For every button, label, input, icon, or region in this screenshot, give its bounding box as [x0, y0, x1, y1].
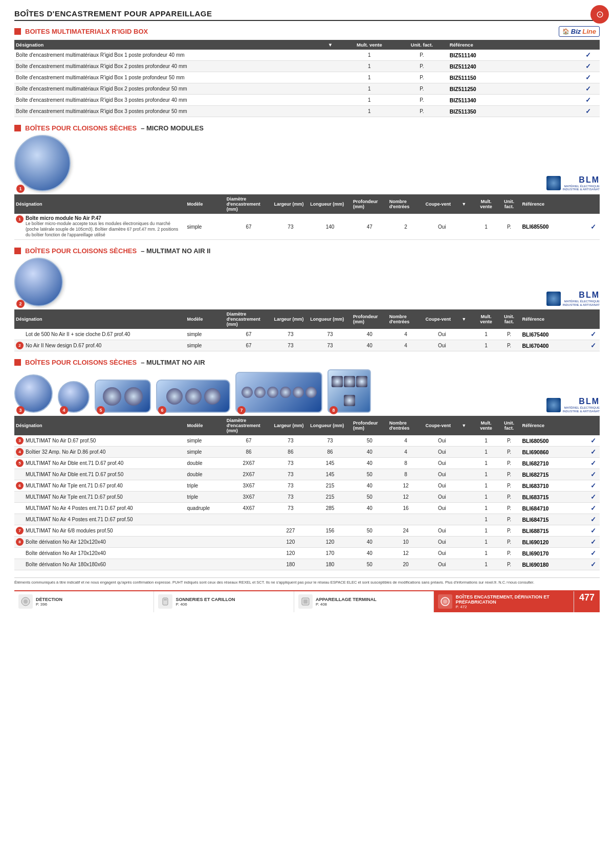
cell-nbe: 8 — [388, 469, 424, 480]
section-multimat: BOITES MULTIMATERIALX R'IGID BOX 🏠 BizLi… — [14, 26, 600, 117]
th-prof-micro: Profondeur (mm) — [352, 194, 388, 214]
cell-coupe: Oui — [424, 537, 460, 548]
cell-designation: Boîte d'encastrement multimatériaux R'ig… — [14, 50, 318, 61]
cell-check: ✓ — [586, 559, 600, 570]
cell-mult: 1 — [474, 480, 497, 492]
cell-check: ✓ — [576, 95, 600, 106]
cell-designation: Boîte d'encastrement multimatériaux R'ig… — [14, 72, 318, 83]
cell-ref: BIZ511250 — [448, 83, 577, 95]
section-noair-title-sub: – MULTIMAT NO AIR — [141, 359, 205, 366]
table-row: MULTIMAT No Air Dble ent.71 D.67 prof.50… — [14, 469, 600, 480]
th-filter: ▼ — [318, 40, 343, 50]
cell-prof: 47 — [352, 214, 388, 240]
cell-mult: 1 — [474, 525, 497, 537]
footer-nav-detection[interactable]: DÉTECTION P. 396 — [14, 591, 154, 612]
cell-mult: 1 — [474, 559, 497, 570]
cell-designation: 4 Boîtier 32 Amp. No Air D.86 prof.40 — [14, 447, 186, 458]
section-noair2-title-sub: – MULTIMAT NO AIR II — [141, 247, 210, 255]
th-larg-micro: Largeur (mm) — [273, 194, 309, 214]
cell-ref: BLI682710 — [520, 458, 586, 469]
footer-nav-sonneries[interactable]: SONNERIES ET CARILLON P. 406 — [154, 591, 294, 612]
table-row: 1 Boîte micro module No Air P.47 Le boît… — [14, 214, 600, 240]
cell-check: ✓ — [576, 61, 600, 72]
section-title-red: BOITES MULTIMATERIALX R'IGID BOX — [25, 28, 148, 35]
th-long-noair: Longueur (mm) — [309, 416, 352, 435]
cell-modele: triple — [186, 480, 225, 492]
cell-designation: 2 No Air II New design D.67 prof.40 — [14, 340, 186, 351]
footer-nav-appareillage[interactable]: APPAREILLAGE TERMINAL P. 408 — [294, 591, 434, 612]
badge-3: 3 — [16, 406, 25, 414]
table-row: 7 MULTIMAT No Air 6/8 modules prof.50 22… — [14, 525, 600, 537]
cell-coupe: Oui — [424, 214, 460, 240]
table-row: 6 MULTIMAT No Air Tple ent.71 D.67 prof.… — [14, 480, 600, 492]
table-row: MULTIMAT No Air 4 Postes ent.71 D.67 pro… — [14, 514, 600, 525]
cell-modele — [186, 548, 225, 559]
footer-nav-boites[interactable]: BOÎTES ENCASTREMENT, DÉRIVATION ET PRÉFA… — [434, 591, 574, 612]
cell-unit: P. — [396, 83, 448, 95]
cell-larg: 73 — [273, 340, 309, 351]
table-row: Boîte d'encastrement multimatériaux R'ig… — [14, 83, 600, 95]
cell-unit: P. — [497, 548, 520, 559]
cell-unit: P. — [396, 50, 448, 61]
row-badge: 2 — [16, 342, 24, 349]
detection-icon — [18, 594, 33, 609]
cell-larg: 73 — [273, 503, 309, 514]
cell-ref: BIZ511240 — [448, 61, 577, 72]
th-long-micro: Longueur (mm) — [309, 194, 352, 214]
product-img-7: 7 — [235, 372, 322, 413]
section-square-noair — [14, 359, 21, 366]
cell-unit: P. — [497, 447, 520, 458]
th-prof-noair: Profondeur (mm) — [352, 416, 388, 435]
cell-nbe: 10 — [388, 537, 424, 548]
badge-2: 2 — [16, 300, 25, 308]
micro-table: Désignation Modèle Diamètre d'encastreme… — [14, 194, 600, 240]
sonneries-label: SONNERIES ET CARILLON P. 406 — [176, 597, 235, 607]
th-desig-noair2: Désignation — [14, 309, 186, 329]
cell-long: 145 — [309, 469, 352, 480]
cell-diam — [225, 514, 273, 525]
th-diam-noair: Diamètre d'encastrement (mm) — [225, 416, 273, 435]
cell-ref: BLI685500 — [520, 214, 586, 240]
th-unit-noair: Unit. fact. — [497, 416, 520, 435]
table-row: Boîte d'encastrement multimatériaux R'ig… — [14, 72, 600, 83]
section-noair-title-red: BOÎTES POUR CLOISONS SÈCHES — [25, 359, 137, 366]
table-row: 3 MULTIMAT No Air D.67 prof.50 simple 67… — [14, 435, 600, 447]
cell-filter — [318, 61, 343, 72]
cell-diam: 67 — [225, 435, 273, 447]
cell-check: ✓ — [586, 514, 600, 525]
table-row: Boîte dérivation No Air 170x120x40 120 1… — [14, 548, 600, 559]
table-row: Boîte d'encastrement multimatériaux R'ig… — [14, 61, 600, 72]
th-modele-noair2: Modèle — [186, 309, 225, 329]
sonneries-icon — [158, 594, 172, 609]
cell-designation: MULTIMAT No Air Dble ent.71 D.67 prof.50 — [14, 469, 186, 480]
cell-check: ✓ — [586, 447, 600, 458]
cell-filter — [318, 83, 343, 95]
cell-coupe: Oui — [424, 548, 460, 559]
cell-larg: 120 — [273, 548, 309, 559]
th-designation: Désignation — [14, 40, 318, 50]
cell-coupe: Oui — [424, 503, 460, 514]
cell-modele — [186, 514, 225, 525]
section-micro-title-red: BOÎTES POUR CLOISONS SÈCHES — [25, 124, 137, 132]
cell-filter — [460, 447, 474, 458]
row-badge: 3 — [16, 437, 24, 444]
th-diam-micro: Diamètre d'encastrement (mm) — [225, 194, 273, 214]
cell-modele: double — [186, 469, 225, 480]
cell-designation: 3 MULTIMAT No Air D.67 prof.50 — [14, 435, 186, 447]
cell-prof: 50 — [352, 435, 388, 447]
cell-mult: 1 — [343, 106, 396, 117]
section-noair2-header: BOÎTES POUR CLOISONS SÈCHES – MULTIMAT N… — [14, 247, 600, 255]
svg-rect-5 — [303, 599, 308, 604]
cell-designation: MULTIMAT No Air 4 Postes ent.71 D.67 pro… — [14, 503, 186, 514]
section-micro-title-sub: – MICRO MODULES — [141, 124, 204, 132]
table-row: 2 No Air II New design D.67 prof.40 simp… — [14, 340, 600, 351]
page-title: BOÎTES D'ENCASTREMENT POUR APPAREILLAGE — [14, 9, 600, 21]
row-badge: 6 — [16, 482, 24, 489]
cell-check: ✓ — [586, 492, 600, 503]
cell-modele: simple — [186, 329, 225, 340]
th-mult: Mult. vente — [343, 40, 396, 50]
table-row: Boîte d'encastrement multimatériaux R'ig… — [14, 50, 600, 61]
cell-ref: BLI690860 — [520, 447, 586, 458]
cell-coupe: Oui — [424, 435, 460, 447]
section-micro-header: BOÎTES POUR CLOISONS SÈCHES – MICRO MODU… — [14, 124, 600, 132]
